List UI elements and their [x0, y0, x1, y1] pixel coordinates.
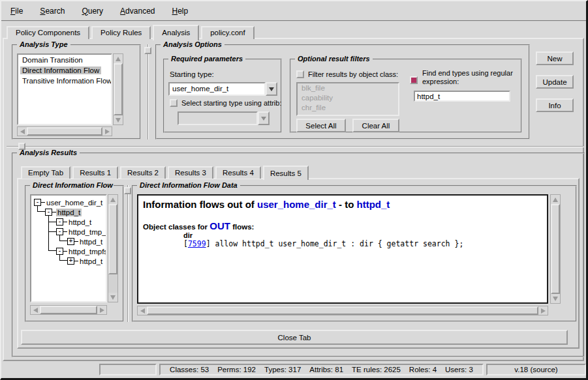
tree-node-label[interactable]: httpd_t [78, 257, 104, 265]
list-item[interactable]: Transitive Information Flow [18, 76, 111, 86]
scroll-thumb[interactable] [114, 63, 123, 115]
filter-object-class-checkbox[interactable] [296, 70, 304, 78]
pane-sash[interactable] [7, 146, 584, 147]
tree-expander-icon[interactable]: - [56, 248, 63, 255]
tree-node[interactable]: -user_home_dir_t [31, 197, 106, 207]
scroll-up-icon[interactable] [114, 54, 123, 63]
tab-results-1[interactable]: Results 1 [72, 166, 118, 179]
status-te-rules: TE rules: 2625 [352, 366, 401, 373]
flow-tree[interactable]: -user_home_dir_t -httpd_t -httpd_t -http… [30, 194, 107, 302]
pane-sash[interactable] [127, 185, 129, 322]
tree-node-label[interactable]: httpd_t [67, 218, 93, 226]
menu-advanced[interactable]: Advanced [119, 5, 156, 17]
scroll-right-icon[interactable] [102, 127, 112, 136]
pane-sash-handle[interactable] [18, 143, 25, 150]
apol-window: File Search Query Advanced Help Policy C… [0, 0, 588, 380]
flow-tree-hscrollbar[interactable] [30, 305, 107, 315]
tab-policy-conf[interactable]: policy.conf [201, 26, 254, 39]
pane-sash-handle[interactable] [124, 187, 131, 194]
tree-expander-icon[interactable]: + [67, 238, 74, 245]
tree-node-label[interactable]: httpd_t [78, 238, 104, 246]
tab-results-2[interactable]: Results 2 [120, 166, 166, 179]
menu-help-mnemonic: H [172, 7, 178, 16]
tab-policy-rules[interactable]: Policy Rules [91, 26, 151, 39]
scroll-thumb[interactable] [108, 204, 117, 274]
analysis-type-vscrollbar[interactable] [113, 53, 123, 125]
menu-advanced-mnemonic: A [120, 7, 125, 16]
status-perms: Perms: 192 [217, 366, 256, 373]
scroll-down-icon[interactable] [551, 294, 560, 303]
scroll-down-icon[interactable] [108, 293, 117, 302]
menu-file[interactable]: File [9, 5, 24, 17]
chevron-down-icon[interactable] [266, 82, 277, 96]
tab-results-4[interactable]: Results 4 [215, 166, 261, 179]
status-attribs: Attribs: 81 [309, 366, 343, 373]
starting-type-label: Starting type: [170, 70, 214, 78]
clear-all-button[interactable]: Clear All [352, 119, 399, 132]
scroll-up-icon[interactable] [108, 195, 117, 204]
attrib-checkbox-row: Select starting type using attrib: [170, 99, 281, 107]
tree-node[interactable]: +httpd_t [31, 237, 106, 246]
analysis-type-listbox[interactable]: Domain Transition Direct Information Flo… [17, 53, 112, 125]
scroll-up-icon[interactable] [551, 195, 560, 204]
menu-help[interactable]: Help [170, 5, 189, 17]
scroll-thumb[interactable] [551, 204, 560, 294]
rule-number-link[interactable]: 7599 [188, 239, 206, 248]
close-tab-button[interactable]: Close Tab [21, 330, 568, 345]
filter-object-class-label: Filter results by object class: [308, 70, 398, 78]
tree-node[interactable]: -httpd_t [31, 217, 106, 227]
menu-search[interactable]: Search [39, 5, 66, 17]
regex-input[interactable] [414, 91, 510, 102]
flow-data-title: Direct Information Flow Data [137, 181, 240, 189]
flow-tree-vscrollbar[interactable] [108, 194, 118, 302]
tree-expander-icon[interactable]: - [56, 218, 63, 226]
scroll-left-icon[interactable] [18, 127, 27, 136]
scroll-thumb[interactable] [147, 306, 538, 315]
tree-expander-icon[interactable]: - [34, 199, 41, 206]
tree-expander-icon[interactable]: + [67, 257, 74, 265]
flow-data-textarea[interactable]: Information flows out of user_home_dir_t… [137, 194, 548, 304]
tree-node[interactable]: -httpd_t [31, 207, 106, 217]
scroll-left-icon[interactable] [31, 306, 40, 314]
scroll-right-icon[interactable] [97, 306, 106, 314]
flow-data-vscrollbar[interactable] [550, 194, 561, 304]
tab-analysis[interactable]: Analysis [153, 25, 199, 40]
info-button[interactable]: Info [536, 98, 574, 112]
scroll-thumb[interactable] [27, 127, 102, 136]
scroll-trough[interactable] [108, 274, 117, 293]
flow-heading: Information flows out of user_home_dir_t… [143, 199, 542, 210]
analysis-type-hscrollbar[interactable] [17, 126, 112, 136]
regex-checkbox-label: Find end types using regular expression: [422, 69, 521, 86]
tree-expander-icon[interactable]: - [45, 209, 52, 216]
update-button[interactable]: Update [536, 75, 574, 89]
select-all-button[interactable]: Select All [296, 119, 346, 132]
tab-empty-tab[interactable]: Empty Tab [21, 166, 70, 179]
regex-checkbox[interactable] [410, 76, 418, 84]
scroll-thumb[interactable] [40, 306, 97, 314]
pane-sash[interactable] [147, 44, 149, 139]
attrib-checkbox[interactable] [170, 99, 178, 107]
tree-node-label[interactable]: httpd_t [56, 209, 82, 216]
tree-node[interactable]: +httpd_t [31, 256, 106, 266]
tree-node-label[interactable]: httpd_tmp_t [67, 228, 107, 236]
scroll-left-icon[interactable] [138, 306, 147, 315]
scroll-right-icon[interactable] [538, 306, 548, 315]
menu-file-label: ile [15, 7, 23, 16]
tree-node-label[interactable]: user_home_dir_t [45, 199, 104, 207]
pane-sash-handle[interactable] [144, 47, 151, 54]
menu-advanced-label: dvanced [125, 7, 155, 16]
tab-results-3[interactable]: Results 3 [168, 166, 213, 179]
scroll-down-icon[interactable] [114, 115, 123, 124]
tree-node[interactable]: -httpd_tmp_t [31, 227, 106, 237]
flow-data-hscrollbar[interactable] [137, 306, 548, 315]
tab-results-5[interactable]: Results 5 [263, 166, 309, 180]
tree-expander-icon[interactable]: - [56, 228, 63, 235]
new-button[interactable]: New [536, 51, 574, 65]
tree-node[interactable]: -httpd_tmpfs_t [31, 246, 106, 256]
starting-type-combobox[interactable]: user_home_dir_t [168, 82, 277, 96]
tree-node-label[interactable]: httpd_tmpfs_t [67, 248, 107, 256]
list-item[interactable]: Direct Information Flow [18, 65, 111, 76]
menu-query[interactable]: Query [80, 5, 104, 17]
tab-policy-components[interactable]: Policy Components [7, 26, 89, 39]
list-item[interactable]: Domain Transition [18, 55, 111, 65]
